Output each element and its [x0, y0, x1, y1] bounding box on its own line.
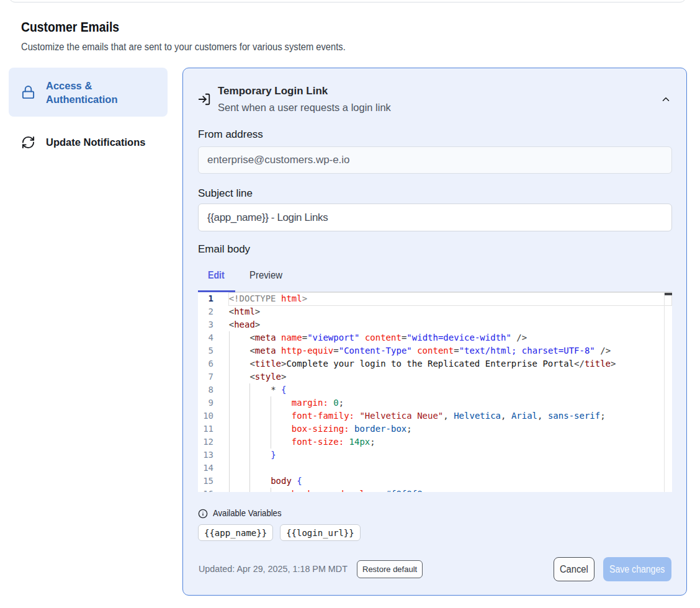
code-token-cssval: Arial: [511, 411, 537, 421]
code-token-tag: title: [255, 359, 281, 369]
code-token-pl: [229, 372, 250, 382]
code-line-7: <style>: [229, 370, 616, 383]
code-token-tag: meta: [255, 333, 276, 342]
code-token-dl: <: [249, 346, 254, 355]
code-token-pl: [506, 411, 511, 421]
refresh-icon: [21, 135, 35, 150]
line-number-1: 1: [198, 292, 213, 305]
code-token-pl: [543, 411, 548, 421]
code-token-cssval: Helvetica: [454, 411, 501, 421]
page-subtitle: Customize the emails that are sent to yo…: [21, 42, 346, 53]
subject-line-input[interactable]: [198, 203, 672, 231]
code-token-dl: <: [229, 320, 234, 329]
code-token-dl: <: [249, 333, 254, 342]
code-token-cssval: border-box: [354, 424, 406, 434]
code-token-pl: [229, 437, 292, 447]
sidebar-item-update-notifications[interactable]: Update Notifications: [9, 128, 168, 156]
variable-chip[interactable]: {{login_url}}: [280, 524, 361, 541]
page-title: Customer Emails: [21, 20, 119, 34]
line-number-13: 13: [198, 449, 213, 462]
code-token-tag: title: [585, 359, 611, 369]
code-token-pl: [229, 359, 250, 369]
code-token-str: "width=device-width": [406, 333, 511, 342]
tab-preview[interactable]: Preview: [240, 266, 295, 292]
code-token-dl: ;: [339, 398, 344, 408]
tab-edit[interactable]: Edit: [198, 266, 236, 292]
cancel-button[interactable]: Cancel: [554, 557, 595, 581]
code-token-pl: [449, 411, 454, 421]
sidebar-item-label: Update Notifications: [46, 135, 145, 149]
code-token-attr: font-size:: [292, 437, 344, 447]
code-token-dl: <: [249, 359, 254, 369]
code-token-str: "viewport": [307, 333, 359, 342]
available-variables-label: Available Variables: [213, 508, 282, 518]
code-token-dl: />: [600, 346, 611, 355]
variable-chip[interactable]: {{app_name}}: [198, 524, 273, 541]
code-token-dl: ;: [406, 424, 411, 434]
line-number-6: 6: [198, 357, 213, 370]
collapse-button[interactable]: [658, 92, 673, 107]
code-token-dl: =: [454, 346, 459, 355]
tab-edit-label: Edit: [208, 270, 225, 281]
code-token-dl: >: [611, 359, 616, 369]
code-token-str: "text/html; charset=UTF-8": [459, 346, 595, 355]
subject-line-label: Subject line: [198, 187, 253, 200]
code-token-pl: [229, 333, 250, 342]
code-token-mt: >: [302, 293, 307, 303]
code-token-num: 0: [333, 398, 338, 408]
editor-scrollbar-thumb[interactable]: [665, 293, 672, 295]
code-token-attr: margin:: [292, 398, 328, 408]
code-token-tag: body: [271, 476, 292, 486]
updated-timestamp: Updated: Apr 29, 2025, 1:18 PM MDT: [199, 563, 348, 574]
code-token-cssstr: "Helvetica Neue": [359, 411, 443, 421]
code-token-dl: *: [271, 385, 276, 395]
save-button-label: Save changes: [609, 564, 665, 575]
code-token-pl: [595, 346, 600, 355]
code-token-attr: background-color:: [292, 489, 380, 492]
code-token-mt: <!DOCTYPE: [229, 293, 276, 303]
sidebar-item-access-authentication[interactable]: Access & Authentication: [9, 68, 168, 117]
restore-default-button[interactable]: Restore default: [357, 560, 423, 578]
code-token-pl: [349, 424, 354, 434]
editor-line-numbers: 12345678910111213141516: [198, 292, 213, 492]
code-token-pl: [276, 346, 281, 355]
code-token-dl: >: [281, 372, 286, 382]
code-token-dl: <: [249, 372, 254, 382]
code-token-pl: [229, 450, 271, 460]
code-token-tag: head: [234, 320, 255, 329]
code-token-dl: ,: [443, 411, 448, 421]
card-title: Temporary Login Link: [218, 85, 328, 97]
code-token-dl: ;: [370, 437, 375, 447]
line-number-9: 9: [198, 396, 213, 409]
email-body-code-editor[interactable]: 12345678910111213141516 <!DOCTYPE html><…: [198, 292, 672, 492]
code-token-attr: box-sizing:: [292, 424, 349, 434]
cancel-button-label: Cancel: [560, 564, 588, 575]
log-in-icon: [197, 92, 211, 106]
code-token-pl: [229, 411, 292, 421]
editor-scrollbar[interactable]: [664, 292, 673, 492]
code-token-brace: {: [281, 385, 286, 395]
code-line-14: [229, 462, 616, 475]
page: Customer Emails Customize the emails tha…: [0, 0, 700, 608]
code-token-attr: content: [417, 346, 454, 355]
code-token-attr: http-equiv: [281, 346, 333, 355]
code-token-dl: ;: [423, 489, 428, 492]
line-number-2: 2: [198, 305, 213, 318]
code-token-dl: =: [302, 333, 307, 342]
from-address-input[interactable]: [198, 146, 672, 174]
code-token-brace: }: [271, 450, 276, 460]
code-token-attr: name: [281, 333, 302, 342]
editor-code[interactable]: <!DOCTYPE html><html><head> <meta name="…: [229, 292, 616, 492]
line-number-12: 12: [198, 436, 213, 449]
code-token-pl: [276, 385, 281, 395]
code-token-cssval: #f8f8f8: [386, 489, 423, 492]
save-changes-button[interactable]: Save changes: [603, 557, 671, 581]
code-line-12: font-size: 14px;: [229, 436, 616, 449]
card-content: Temporary Login Link Sent when a user re…: [183, 68, 686, 595]
code-line-9: margin: 0;: [229, 396, 616, 409]
variable-chips: {{app_name}}{{login_url}}: [198, 524, 361, 541]
code-line-6: <title>Complete your login to the Replic…: [229, 357, 616, 370]
code-line-2: <html>: [229, 305, 616, 318]
line-number-11: 11: [198, 422, 213, 436]
card-subtitle: Sent when a user requests a login link: [218, 102, 391, 114]
